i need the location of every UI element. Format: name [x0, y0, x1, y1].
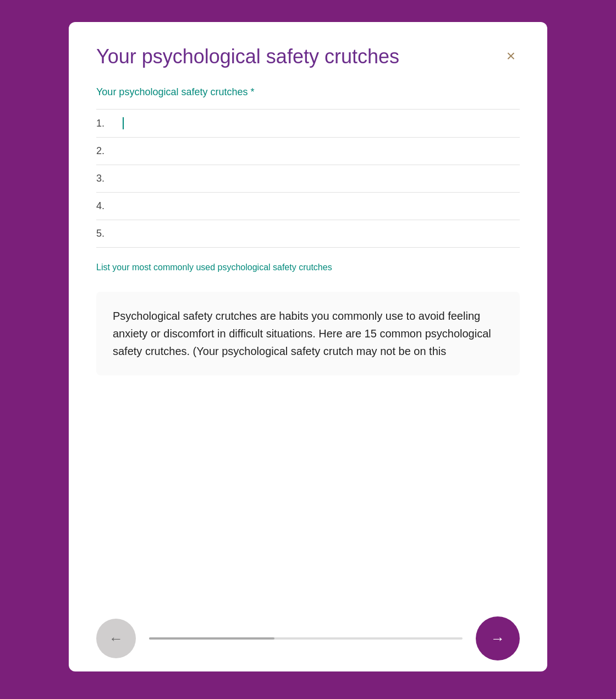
- close-button[interactable]: ×: [502, 46, 520, 66]
- progress-bar-fill: [149, 637, 274, 640]
- list-number-4: 4.: [96, 200, 123, 212]
- back-arrow-icon: ←: [109, 630, 123, 647]
- next-arrow-icon: →: [491, 630, 505, 647]
- modal-container: Your psychological safety crutches × You…: [69, 22, 547, 671]
- description-box: Psychological safety crutches are habits…: [96, 292, 520, 375]
- description-text: Psychological safety crutches are habits…: [113, 307, 503, 360]
- modal-title: Your psychological safety crutches: [96, 44, 399, 69]
- progress-bar-container: [149, 637, 463, 640]
- list-number-5: 5.: [96, 228, 123, 239]
- list-item[interactable]: 4.: [96, 193, 520, 220]
- list-item[interactable]: 3.: [96, 165, 520, 193]
- list-number-2: 2.: [96, 145, 123, 157]
- list-number-1: 1.: [96, 118, 123, 129]
- bottom-nav: ← →: [96, 601, 520, 671]
- list-input-2[interactable]: [123, 145, 520, 157]
- field-label: Your psychological safety crutches *: [96, 86, 520, 98]
- list-item[interactable]: 5.: [96, 220, 520, 248]
- list-input-4[interactable]: [123, 200, 520, 212]
- modal-header: Your psychological safety crutches ×: [96, 44, 520, 69]
- list-item: 1.: [96, 109, 520, 138]
- next-button[interactable]: →: [476, 616, 520, 660]
- list-number-3: 3.: [96, 173, 123, 184]
- back-button[interactable]: ←: [96, 619, 136, 658]
- field-hint: List your most commonly used psychologic…: [96, 261, 520, 274]
- list-input-3[interactable]: [123, 173, 520, 184]
- cursor-indicator: [123, 117, 124, 129]
- list-items: 1. 2. 3. 4. 5.: [96, 109, 520, 248]
- list-input-5[interactable]: [123, 228, 520, 239]
- list-item[interactable]: 2.: [96, 138, 520, 165]
